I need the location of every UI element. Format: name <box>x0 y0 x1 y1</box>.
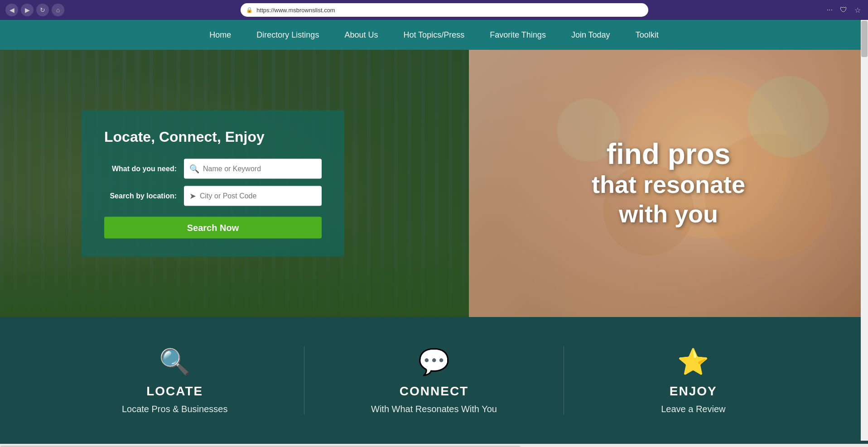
nav-favorite[interactable]: Favorite Things <box>477 20 559 50</box>
location-input[interactable] <box>200 192 316 200</box>
keyword-row: What do you need: 🔍 <box>104 159 322 179</box>
more-button[interactable]: ··· <box>825 5 834 15</box>
enjoy-icon: ⭐ <box>564 347 823 377</box>
keyword-label: What do you need: <box>104 165 177 173</box>
search-now-button[interactable]: Search Now <box>104 217 322 239</box>
keyword-input-wrapper: 🔍 <box>184 159 322 179</box>
search-keyword-icon: 🔍 <box>189 164 199 174</box>
bookmark-shield[interactable]: 🛡 <box>838 5 849 15</box>
locate-icon: 🔍 <box>45 347 304 377</box>
keyword-input[interactable] <box>203 165 316 173</box>
feature-enjoy: ⭐ ENJOY Leave a Review <box>564 347 823 414</box>
address-bar[interactable]: 🔒 https://www.msbrownslist.com <box>241 3 648 17</box>
back-button[interactable]: ◀ <box>5 4 18 16</box>
hero-tagline: Locate, Connect, Enjoy <box>104 129 322 145</box>
nav-toolkit[interactable]: Toolkit <box>623 20 671 50</box>
vertical-scrollbar[interactable] <box>861 20 868 441</box>
horizontal-scrollbar[interactable] <box>0 444 868 447</box>
nav-directory[interactable]: Directory Listings <box>244 20 332 50</box>
location-label: Search by location: <box>104 192 177 200</box>
nav-hot-topics[interactable]: Hot Topics/Press <box>391 20 477 50</box>
enjoy-desc: Leave a Review <box>564 404 823 414</box>
nav-home[interactable]: Home <box>197 20 244 50</box>
feature-bar: 🔍 LOCATE Locate Pros & Businesses 💬 CONN… <box>0 317 868 444</box>
forward-button[interactable]: ▶ <box>21 4 34 16</box>
svg-point-3 <box>747 76 829 158</box>
url-text: https://www.msbrownslist.com <box>256 7 335 14</box>
connect-title: CONNECT <box>304 384 563 399</box>
refresh-button[interactable]: ↻ <box>36 4 49 16</box>
enjoy-title: ENJOY <box>564 384 823 399</box>
hero-section: Locate, Connect, Enjoy What do you need:… <box>0 50 868 317</box>
search-box: Locate, Connect, Enjoy What do you need:… <box>82 111 344 257</box>
browser-chrome: ◀ ▶ ↻ ⌂ 🔒 https://www.msbrownslist.com ·… <box>0 0 868 20</box>
nav-about[interactable]: About Us <box>332 20 391 50</box>
lock-icon: 🔒 <box>246 7 253 13</box>
location-row: Search by location: ➤ <box>104 186 322 206</box>
location-icon: ➤ <box>189 191 196 201</box>
location-input-wrapper: ➤ <box>184 186 322 206</box>
connect-desc: With What Resonates With You <box>304 404 563 414</box>
home-button[interactable]: ⌂ <box>52 4 64 16</box>
scrollbar-thumb-vertical[interactable] <box>861 21 868 57</box>
main-navbar: Home Directory Listings About Us Hot Top… <box>0 20 868 50</box>
locate-title: LOCATE <box>45 384 304 399</box>
hero-right-panel: find pros that resonate with you <box>469 50 868 317</box>
star-button[interactable]: ☆ <box>853 5 863 15</box>
hero-left-panel: Locate, Connect, Enjoy What do you need:… <box>0 50 469 317</box>
nav-buttons: ◀ ▶ ↻ ⌂ <box>5 4 64 16</box>
connect-icon: 💬 <box>304 347 563 377</box>
nav-join[interactable]: Join Today <box>559 20 623 50</box>
find-pros-text: find pros <box>592 138 745 170</box>
browser-actions: ··· 🛡 ☆ <box>825 5 863 15</box>
feature-locate: 🔍 LOCATE Locate Pros & Businesses <box>45 347 304 414</box>
hero-right-text: find pros that resonate with you <box>592 138 745 229</box>
locate-desc: Locate Pros & Businesses <box>45 404 304 414</box>
feature-connect: 💬 CONNECT With What Resonates With You <box>304 347 563 414</box>
resonate-text: that resonate with you <box>592 170 745 229</box>
